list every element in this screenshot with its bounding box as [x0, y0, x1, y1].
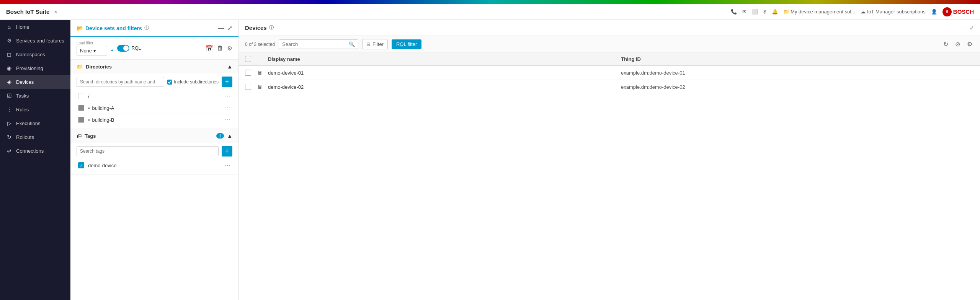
- search-icon[interactable]: 🔍: [349, 41, 355, 47]
- sidebar-item-rules[interactable]: ⋮ Rules: [0, 103, 70, 116]
- filter-settings-icon[interactable]: ⚙: [227, 45, 232, 52]
- layout-icon[interactable]: ⬜: [752, 9, 758, 15]
- directory-building-a-checkbox[interactable]: [78, 105, 84, 111]
- app-close-button[interactable]: ×: [54, 9, 57, 15]
- rules-icon: ⋮: [6, 106, 12, 112]
- table-settings-button[interactable]: ⚙: [965, 39, 974, 49]
- rollouts-icon: ↻: [6, 134, 12, 140]
- directories-search-input[interactable]: [77, 77, 164, 87]
- left-panel-minimize-button[interactable]: —: [218, 25, 224, 32]
- dollar-icon[interactable]: $: [763, 9, 766, 15]
- phone-icon[interactable]: 📞: [731, 9, 737, 15]
- directories-section-header[interactable]: 📁 Directories ▲: [70, 60, 238, 73]
- top-gradient-bar: [0, 0, 980, 4]
- devices-table: Display name Thing ID 🖥 demo-device-01 e…: [239, 53, 980, 300]
- content-area: 📂 Device sets and filters ⓘ — ⤢ Load fil…: [70, 20, 980, 300]
- subscriptions-link[interactable]: ☁ IoT Manager subscriptions: [861, 9, 926, 15]
- user-icon[interactable]: 👤: [931, 9, 937, 15]
- devices-info-icon[interactable]: ⓘ: [269, 24, 274, 31]
- sidebar-item-executions[interactable]: ▷ Executions: [0, 116, 70, 130]
- sidebar-item-devices[interactable]: ◈ Devices: [0, 75, 70, 89]
- devices-search-input[interactable]: [282, 41, 346, 47]
- sidebar-item-home[interactable]: ⌂ Home: [0, 20, 70, 34]
- sidebar-item-label: Services and features: [16, 38, 64, 44]
- devices-panel-title-text: Devices: [245, 24, 267, 31]
- tag-item-demo-device[interactable]: ✓ demo-device ···: [77, 160, 232, 171]
- sidebar-item-rollouts[interactable]: ↻ Rollouts: [0, 130, 70, 144]
- sidebar-item-tasks[interactable]: ☑ Tasks: [0, 89, 70, 103]
- sidebar-item-provisioning[interactable]: ◉ Provisioning: [0, 61, 70, 75]
- tag-demo-device-more-icon[interactable]: ···: [225, 162, 231, 169]
- sidebar-item-namespaces[interactable]: ◻ Namespaces: [0, 47, 70, 61]
- add-tag-button[interactable]: +: [222, 146, 232, 157]
- row2-checkbox[interactable]: [245, 84, 251, 90]
- load-filter-dropdown[interactable]: Load filter None ▾: [77, 41, 107, 55]
- tags-search-input[interactable]: [77, 146, 219, 156]
- devices-search-box[interactable]: 🔍: [279, 39, 358, 49]
- row1-thing-id: example.dm:demo-device-01: [621, 70, 974, 76]
- table-row[interactable]: 🖥 demo-device-01 example.dm:demo-device-…: [239, 66, 980, 80]
- include-subdirs-checkbox[interactable]: [167, 80, 172, 85]
- filter-button[interactable]: ⊟ Filter: [362, 39, 388, 49]
- tags-collapse-icon[interactable]: ▲: [227, 133, 232, 139]
- devices-expand-button[interactable]: ⤢: [970, 25, 974, 31]
- devices-minimize-button[interactable]: —: [962, 25, 967, 31]
- directories-section: 📁 Directories ▲ Include subdirectories +: [70, 60, 238, 129]
- sidebar-item-label: Rules: [16, 107, 29, 112]
- left-panel-title: 📂 Device sets and filters ⓘ: [77, 25, 149, 31]
- filter-select-box[interactable]: None ▾: [77, 46, 107, 55]
- tags-content: + ✓ demo-device ···: [70, 143, 238, 174]
- directory-item-building-a[interactable]: ▪ building-A ···: [77, 102, 232, 114]
- left-panel-expand-button[interactable]: ⤢: [227, 24, 232, 32]
- row1-checkbox[interactable]: [245, 70, 251, 76]
- rql-filter-button[interactable]: RQL filter: [392, 39, 421, 49]
- filter-modified-dot: •: [111, 47, 113, 54]
- directory-building-a-more-icon[interactable]: ···: [225, 104, 231, 111]
- refresh-button[interactable]: ↻: [942, 39, 950, 49]
- rql-toggle-switch[interactable]: [117, 45, 129, 52]
- table-header: Display name Thing ID: [239, 53, 980, 66]
- directories-title-text: Directories: [86, 64, 112, 70]
- directories-content: Include subdirectories + / ··· ▪ buildin…: [70, 73, 238, 129]
- left-panel: 📂 Device sets and filters ⓘ — ⤢ Load fil…: [70, 20, 239, 300]
- directory-root-checkbox[interactable]: [78, 93, 84, 99]
- main-layout: ⌂ Home ⚙ Services and features ◻ Namespa…: [0, 20, 980, 300]
- directory-building-b-name: building-B: [92, 117, 225, 123]
- selected-count-label: 0 of 2 selected: [245, 42, 275, 47]
- directory-building-b-more-icon[interactable]: ···: [225, 116, 231, 123]
- devices-header: Devices ⓘ — ⤢: [239, 20, 980, 36]
- tag-demo-device-checkbox[interactable]: ✓: [78, 162, 84, 168]
- tags-count-badge: 1: [216, 133, 224, 139]
- include-subdirs-checkbox-label[interactable]: Include subdirectories: [167, 79, 219, 85]
- add-directory-button[interactable]: +: [222, 77, 232, 87]
- left-panel-info-icon[interactable]: ⓘ: [144, 25, 149, 31]
- table-row[interactable]: 🖥 demo-device-02 example.dm:demo-device-…: [239, 80, 980, 94]
- app-header: Bosch IoT Suite × 📞 ✉ ⬜ $ 🔔 📁 My device …: [0, 4, 980, 20]
- directory-root-more-icon[interactable]: ···: [225, 93, 231, 99]
- row2-display-name: demo-device-02: [268, 84, 621, 90]
- tags-section: 🏷 Tags 1 ▲ + ✓ demo-device: [70, 129, 238, 174]
- rql-toggle[interactable]: RQL: [117, 45, 141, 52]
- calendar-icon[interactable]: 📅: [206, 45, 213, 52]
- directory-building-a-icon: ▪: [88, 105, 90, 111]
- tags-section-header[interactable]: 🏷 Tags 1 ▲: [70, 129, 238, 143]
- directory-building-b-checkbox[interactable]: [78, 117, 84, 123]
- sidebar-item-services-features[interactable]: ⚙ Services and features: [0, 34, 70, 47]
- row2-thing-id: example.dm:demo-device-02: [621, 84, 974, 90]
- select-all-checkbox[interactable]: [245, 56, 251, 62]
- bell-icon[interactable]: 🔔: [772, 9, 778, 15]
- mail-icon[interactable]: ✉: [742, 9, 746, 15]
- directory-item-building-b[interactable]: ▪ building-B ···: [77, 114, 232, 126]
- provisioning-icon: ◉: [6, 65, 12, 71]
- directories-collapse-icon[interactable]: ▲: [227, 64, 232, 70]
- workspace-link[interactable]: 📁 My device management sol...: [783, 9, 856, 15]
- directory-building-a-name: building-A: [92, 105, 225, 111]
- delete-filter-icon[interactable]: 🗑: [217, 45, 223, 52]
- sidebar-item-label: Rollouts: [16, 134, 34, 140]
- home-icon: ⌂: [6, 24, 12, 30]
- row1-device-icon: 🖥: [257, 70, 268, 76]
- directory-item-root[interactable]: / ···: [77, 90, 232, 102]
- sidebar-item-connections[interactable]: ⇄ Connections: [0, 144, 70, 158]
- split-view-button[interactable]: ⊘: [954, 39, 962, 49]
- tags-header-right: 1 ▲: [216, 133, 232, 139]
